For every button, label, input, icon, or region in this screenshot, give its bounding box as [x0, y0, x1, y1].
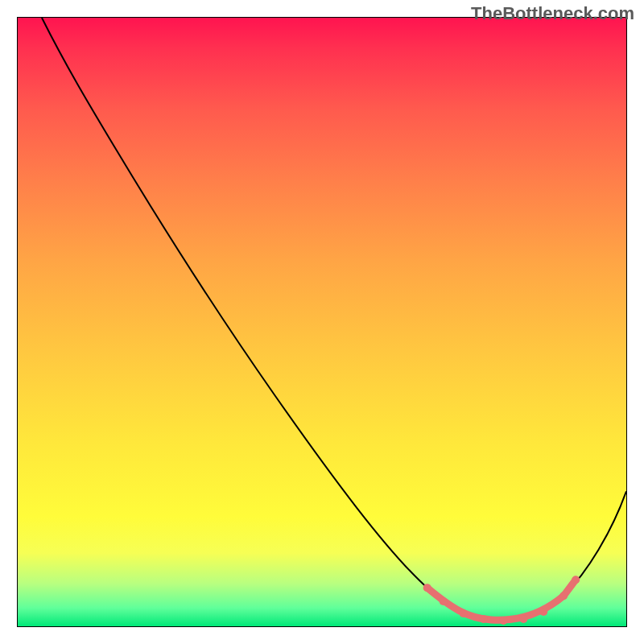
highlight-dot	[460, 609, 468, 617]
highlight-dot	[423, 584, 431, 592]
highlight-dot	[479, 615, 487, 623]
highlight-dot	[559, 592, 568, 600]
watermark-text: TheBottleneck.com	[471, 3, 634, 24]
chart-plot-area	[17, 17, 627, 627]
highlight-dot	[519, 615, 527, 623]
highlight-dot	[539, 608, 547, 616]
optimal-range-highlight-path	[427, 580, 576, 620]
chart-curve-layer	[18, 18, 626, 626]
bottleneck-curve-path	[42, 18, 626, 620]
highlight-dot	[499, 617, 507, 625]
highlight-dot	[440, 597, 448, 605]
highlight-dot	[572, 576, 580, 584]
